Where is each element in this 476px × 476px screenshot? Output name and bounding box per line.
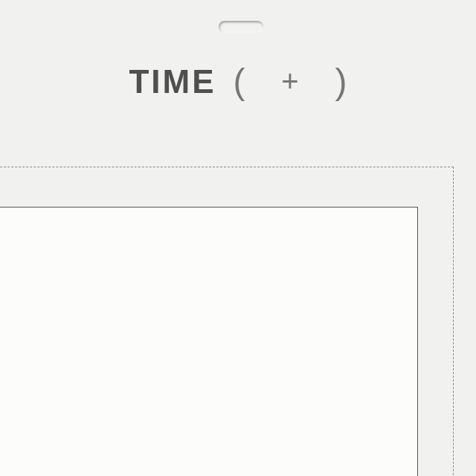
plus-icon: + xyxy=(281,65,298,98)
title-row: TIME ( + ) xyxy=(0,61,476,102)
title-word: TIME xyxy=(129,63,216,100)
content-box xyxy=(0,207,418,476)
close-paren: ) xyxy=(335,61,347,102)
binding-slot xyxy=(219,21,263,33)
open-paren: ( xyxy=(233,61,245,102)
